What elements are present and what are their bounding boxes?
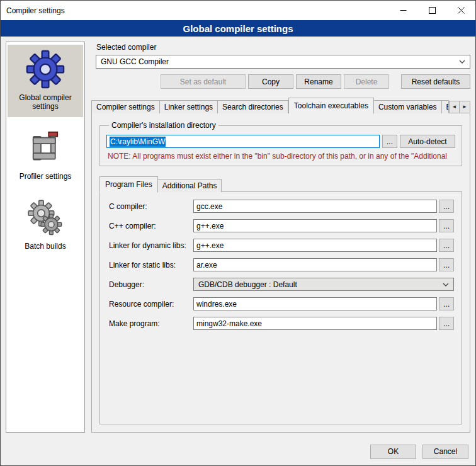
installation-directory-input[interactable]: C:\raylib\MinGW xyxy=(106,135,380,148)
field-row-debugger: Debugger: GDB/CDB debugger : Default xyxy=(109,278,454,291)
blue-gear-icon xyxy=(26,50,65,89)
installation-directory-group: Compiler's installation directory C:\ray… xyxy=(99,121,462,166)
cpp-compiler-browse-button[interactable]: ... xyxy=(439,219,454,232)
installation-directory-value: C:\raylib\MinGW xyxy=(110,137,166,147)
dynamic-linker-label: Linker for dynamic libs: xyxy=(109,241,193,250)
sidebar-item-label: Batch builds xyxy=(25,242,65,251)
copy-button[interactable]: Copy xyxy=(248,74,293,89)
field-row-dynamic-linker: Linker for dynamic libs: ... xyxy=(109,239,454,252)
reset-defaults-button[interactable]: Reset defaults xyxy=(401,74,470,89)
toolchain-executables-panel: Compiler's installation directory C:\ray… xyxy=(91,113,470,433)
compiler-selection-section: Selected compiler GNU GCC Compiler Set a… xyxy=(91,42,470,89)
make-program-browse-button[interactable]: ... xyxy=(439,317,454,330)
main-area: Selected compiler GNU GCC Compiler Set a… xyxy=(91,42,470,433)
subtabs: Program Files Additional Paths xyxy=(99,176,462,192)
window-title: Compiler settings xyxy=(1,6,65,15)
resource-compiler-label: Resource compiler: xyxy=(109,300,193,309)
profiler-clamp-icon xyxy=(28,130,63,168)
static-linker-browse-button[interactable]: ... xyxy=(439,258,454,271)
selected-compiler-value: GNU GCC Compiler xyxy=(101,57,169,66)
make-program-label: Make program: xyxy=(109,319,193,328)
field-row-static-linker: Linker for static libs: ... xyxy=(109,258,454,271)
set-as-default-button[interactable]: Set as default xyxy=(161,74,246,89)
dialog-body: Global compiler settings Profiler setti xyxy=(1,37,475,438)
sidebar-item-profiler-settings[interactable]: Profiler settings xyxy=(8,125,83,187)
dynamic-linker-browse-button[interactable]: ... xyxy=(439,239,454,252)
tab-linker-settings[interactable]: Linker settings xyxy=(160,100,218,113)
tab-build-options[interactable]: Build xyxy=(442,100,449,113)
selected-compiler-select[interactable]: GNU GCC Compiler xyxy=(96,55,470,69)
debugger-label: Debugger: xyxy=(109,280,193,289)
subtab-program-files[interactable]: Program Files xyxy=(99,176,158,193)
static-linker-input[interactable] xyxy=(193,258,437,271)
close-icon xyxy=(458,7,465,14)
cancel-button[interactable]: Cancel xyxy=(422,445,468,459)
tab-scroll-left-button[interactable]: ◄ xyxy=(449,101,460,113)
subtab-additional-paths[interactable]: Additional Paths xyxy=(158,179,222,192)
c-compiler-label: C compiler: xyxy=(109,202,193,211)
chevron-down-icon xyxy=(443,283,449,287)
installation-directory-group-title: Compiler's installation directory xyxy=(109,121,218,130)
tab-strip: Compiler settings Linker settings Search… xyxy=(91,98,470,113)
field-row-cpp-compiler: C++ compiler: ... xyxy=(109,219,454,232)
close-button[interactable] xyxy=(446,1,475,20)
minimize-icon xyxy=(400,7,407,14)
tab-scroll-right-button[interactable]: ► xyxy=(460,101,470,113)
cpp-compiler-input[interactable] xyxy=(193,219,437,232)
sidebar-item-global-compiler-settings[interactable]: Global compiler settings xyxy=(8,45,83,117)
dynamic-linker-input[interactable] xyxy=(193,239,437,252)
debugger-select[interactable]: GDB/CDB debugger : Default xyxy=(193,278,454,291)
resource-compiler-browse-button[interactable]: ... xyxy=(439,297,454,310)
tab-compiler-settings[interactable]: Compiler settings xyxy=(91,100,160,113)
tab-custom-variables[interactable]: Custom variables xyxy=(374,100,442,113)
note-text: NOTE: All programs must exist either in … xyxy=(108,152,455,161)
c-compiler-input[interactable] xyxy=(193,200,437,213)
dialog-header: Global compiler settings xyxy=(1,20,475,37)
compiler-settings-window: Compiler settings Global compiler settin… xyxy=(0,0,476,466)
sidebar-item-batch-builds[interactable]: Batch builds xyxy=(8,195,83,257)
minimize-button[interactable] xyxy=(388,1,417,20)
make-program-input[interactable] xyxy=(193,317,437,330)
subtab-strip: Program Files Additional Paths xyxy=(99,176,462,192)
titlebar: Compiler settings xyxy=(1,1,475,20)
selected-compiler-label: Selected compiler xyxy=(96,43,470,52)
static-linker-label: Linker for static libs: xyxy=(109,261,193,270)
rename-button[interactable]: Rename xyxy=(296,74,341,89)
maximize-icon xyxy=(429,7,436,14)
field-row-c-compiler: C compiler: ... xyxy=(109,200,454,213)
chevron-down-icon xyxy=(459,60,465,64)
sidebar: Global compiler settings Profiler setti xyxy=(6,42,85,433)
field-row-resource-compiler: Resource compiler: ... xyxy=(109,297,454,310)
field-row-make-program: Make program: ... xyxy=(109,317,454,330)
resource-compiler-input[interactable] xyxy=(193,297,437,310)
gray-gears-icon xyxy=(26,200,64,237)
program-files-panel: C compiler: ... C++ compiler: ... Linker… xyxy=(99,191,462,424)
installation-directory-row: C:\raylib\MinGW ... Auto-detect xyxy=(106,135,455,148)
debugger-value: GDB/CDB debugger : Default xyxy=(198,280,297,289)
c-compiler-browse-button[interactable]: ... xyxy=(439,200,454,213)
delete-button[interactable]: Delete xyxy=(344,74,389,89)
compiler-buttons-row: Set as default Copy Rename Delete Reset … xyxy=(96,74,470,89)
auto-detect-button[interactable]: Auto-detect xyxy=(400,135,455,148)
ok-button[interactable]: OK xyxy=(370,445,416,459)
dialog-footer: OK Cancel xyxy=(1,438,475,465)
cpp-compiler-label: C++ compiler: xyxy=(109,222,193,230)
sidebar-item-label: Profiler settings xyxy=(20,172,72,181)
maximize-button[interactable] xyxy=(417,1,446,20)
installation-directory-browse-button[interactable]: ... xyxy=(382,135,397,148)
sidebar-item-label: Global compiler settings xyxy=(9,93,82,111)
window-controls xyxy=(388,1,475,20)
tab-toolchain-executables[interactable]: Toolchain executables xyxy=(288,98,374,114)
tabs: Compiler settings Linker settings Search… xyxy=(91,98,449,113)
tab-search-directories[interactable]: Search directories xyxy=(218,100,288,113)
